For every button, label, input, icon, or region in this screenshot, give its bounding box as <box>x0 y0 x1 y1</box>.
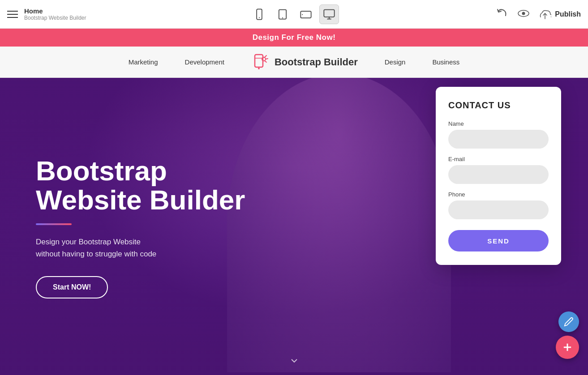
contact-title: CONTACT US <box>448 100 549 111</box>
send-button[interactable]: SEND <box>448 230 549 251</box>
svg-line-17 <box>265 61 266 62</box>
svg-point-14 <box>258 68 260 69</box>
site-navbar: Marketing Development Bootstrap Builder … <box>0 47 588 78</box>
hero-title-line2: Website Builder <box>36 184 245 215</box>
hamburger-menu[interactable] <box>7 11 18 18</box>
home-label: Home <box>24 7 86 15</box>
promo-banner[interactable]: Design For Free Now! <box>0 29 588 47</box>
add-fab-button[interactable] <box>556 336 579 359</box>
hero-section: Bootstrap Website Builder Design your Bo… <box>0 78 588 375</box>
name-label: Name <box>448 120 549 127</box>
svg-point-10 <box>522 12 525 15</box>
hero-title: Bootstrap Website Builder <box>36 156 245 214</box>
promo-text: Design For Free Now! <box>253 33 336 42</box>
email-field-group: E-mail <box>448 156 549 184</box>
toolbar-right: Publish <box>491 8 581 21</box>
name-input[interactable] <box>448 130 549 149</box>
tablet-landscape-device-button[interactable] <box>296 4 316 24</box>
nav-business[interactable]: Business <box>432 58 459 66</box>
site-logo: Bootstrap Builder <box>251 53 358 72</box>
email-label: E-mail <box>448 156 549 162</box>
contact-card: CONTACT US Name E-mail Phone SEND <box>436 87 561 265</box>
nav-development[interactable]: Development <box>185 58 224 66</box>
phone-label: Phone <box>448 191 549 198</box>
publish-label: Publish <box>555 10 581 18</box>
undo-button[interactable] <box>496 8 508 21</box>
tablet-device-button[interactable] <box>273 4 292 24</box>
mobile-device-button[interactable] <box>249 4 269 24</box>
nav-marketing[interactable]: Marketing <box>129 58 158 66</box>
phone-field-group: Phone <box>448 191 549 219</box>
desktop-device-button[interactable] <box>319 4 339 24</box>
svg-rect-6 <box>324 9 334 17</box>
email-input[interactable] <box>448 165 549 184</box>
hero-subtitle: Design your Bootstrap Websitewithout hav… <box>36 236 245 260</box>
toolbar-left: Home Bootstrap Website Builder <box>7 7 97 21</box>
toolbar: Home Bootstrap Website Builder <box>0 0 588 29</box>
edit-fab-button[interactable] <box>558 311 579 332</box>
phone-input[interactable] <box>448 200 549 219</box>
svg-rect-12 <box>255 55 263 67</box>
nav-design[interactable]: Design <box>385 58 406 66</box>
name-field-group: Name <box>448 120 549 149</box>
preview-button[interactable] <box>517 9 530 20</box>
toolbar-title: Home Bootstrap Website Builder <box>24 7 86 21</box>
hero-cta-button[interactable]: Start NOW! <box>36 276 108 298</box>
publish-button[interactable]: Publish <box>539 9 581 20</box>
scroll-indicator <box>289 355 300 366</box>
toolbar-subtitle: Bootstrap Website Builder <box>24 15 86 21</box>
logo-text: Bootstrap Builder <box>275 56 358 68</box>
hero-title-line1: Bootstrap <box>36 155 167 186</box>
hero-content: Bootstrap Website Builder Design your Bo… <box>0 156 281 299</box>
device-switcher <box>97 4 491 24</box>
svg-line-15 <box>265 55 266 57</box>
hero-divider <box>36 223 72 225</box>
